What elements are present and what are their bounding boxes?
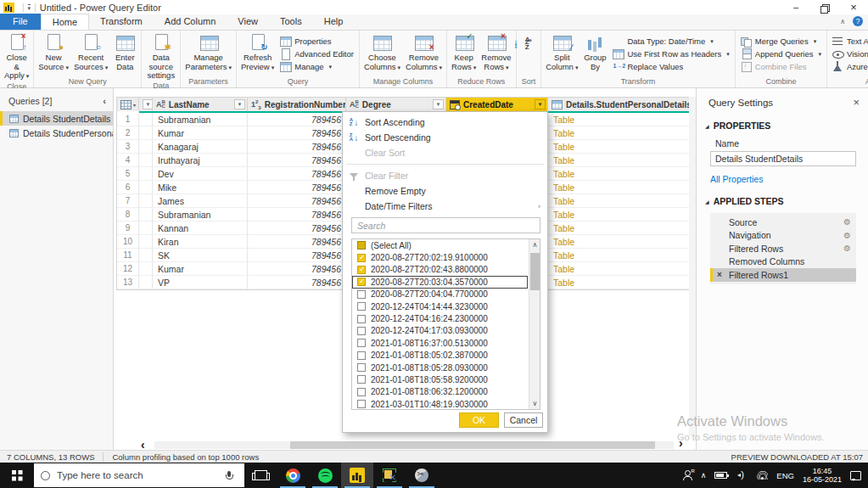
grid-cell[interactable]: 1 xyxy=(117,113,139,126)
group-by-button[interactable]: Group By xyxy=(580,32,609,72)
horizontal-scrollbar-thumb[interactable] xyxy=(290,441,655,449)
grid-cell[interactable]: Subramanian xyxy=(153,208,248,222)
horizontal-scrollbar[interactable] xyxy=(154,441,674,449)
grid-cell[interactable]: Kanagaraj xyxy=(153,140,248,154)
properties-button[interactable]: Properties xyxy=(277,35,357,48)
grid-cell[interactable]: 789456 xyxy=(248,276,346,289)
language-indicator[interactable]: ENG xyxy=(776,471,794,480)
grid-cell[interactable] xyxy=(139,154,153,167)
all-properties-link[interactable]: All Properties xyxy=(697,166,868,184)
filter-value-row[interactable]: 2021-01-08T18:05:02.3870000 xyxy=(352,350,528,362)
menu-item-date-time-filters[interactable]: Date/Time Filters› xyxy=(343,199,547,214)
query-item-details-studentdetails[interactable]: Details StudentDetails xyxy=(0,111,113,126)
enter-data-button[interactable]: Enter Data xyxy=(110,32,139,72)
grid-cell[interactable] xyxy=(139,113,153,126)
filter-icon[interactable]: ▼ xyxy=(535,99,546,109)
menu-item-sort-descending[interactable]: ZA↓Sort Descending xyxy=(343,130,547,145)
merge-queries-button[interactable]: Merge Queries▾ xyxy=(737,35,825,48)
gear-icon[interactable]: ⚙ xyxy=(843,244,851,253)
grid-cell[interactable] xyxy=(139,235,153,249)
tab-tools[interactable]: Tools xyxy=(269,14,313,30)
filter-value-row[interactable]: 2021-01-08T18:05:28.0930000 xyxy=(352,362,528,373)
grid-cell[interactable]: 2 xyxy=(117,126,139,140)
grid-cell[interactable] xyxy=(139,222,153,235)
tab-transform[interactable]: Transform xyxy=(89,14,154,30)
manage-parameters-button[interactable]: Manage Parameters▾ xyxy=(182,32,234,73)
tab-view[interactable]: View xyxy=(227,14,269,30)
delete-step-icon[interactable]: × xyxy=(717,270,729,279)
replace-values-button[interactable]: Replace Values xyxy=(609,60,732,73)
grid-cell[interactable]: Subramanian xyxy=(153,113,248,126)
grid-cell[interactable]: James xyxy=(153,194,248,208)
filter-icon[interactable]: ▼ xyxy=(143,99,153,109)
grid-cell[interactable]: 11 xyxy=(117,249,139,262)
tab-home[interactable]: Home xyxy=(41,14,89,30)
taskbar-app-spotify[interactable] xyxy=(309,463,341,488)
azure-machine-learning-button[interactable]: Azure Machine Learning xyxy=(829,60,868,73)
tab-add-column[interactable]: Add Column xyxy=(154,14,227,30)
grid-cell[interactable] xyxy=(139,167,153,181)
checkbox-icon[interactable] xyxy=(357,278,366,286)
checkbox-icon[interactable] xyxy=(357,363,366,372)
data-source-settings-button[interactable]: ✱Data source settings xyxy=(143,32,178,81)
close-apply-button[interactable]: ×↑Close & Apply▾ xyxy=(2,32,31,82)
scroll-up-icon[interactable]: ∧ xyxy=(529,241,540,249)
tab-help[interactable]: Help xyxy=(313,14,355,30)
grid-cell[interactable]: Dev xyxy=(153,167,248,181)
checkbox-icon[interactable] xyxy=(357,351,366,360)
checkbox-icon[interactable] xyxy=(357,290,366,299)
taskbar-app-chrome[interactable] xyxy=(277,463,309,488)
grid-cell[interactable]: Table xyxy=(548,154,692,167)
checkbox-icon[interactable] xyxy=(357,339,366,347)
data-type-date-time-button[interactable]: Data Type: Date/Time▾ xyxy=(609,35,732,48)
column-header-partial[interactable]: ▼ xyxy=(139,98,153,111)
grid-cell[interactable]: 789456 xyxy=(248,235,346,249)
grid-cell[interactable]: 789456 xyxy=(248,194,346,208)
grid-cell[interactable]: Table xyxy=(548,235,692,249)
filter-icon[interactable]: ▼ xyxy=(234,99,245,109)
grid-cell[interactable]: 789456 xyxy=(248,126,346,140)
checkbox-icon[interactable] xyxy=(357,241,366,250)
applied-step-removed-columns[interactable]: Removed Columns xyxy=(710,255,856,269)
grid-cell[interactable]: Iruthayaraj xyxy=(153,154,248,167)
applied-step-filtered-rows[interactable]: Filtered Rows⚙ xyxy=(710,242,856,255)
grid-cell[interactable] xyxy=(139,194,153,208)
menu-item-remove-empty[interactable]: Remove Empty xyxy=(343,183,547,199)
text-analytics-button[interactable]: Text Analytics xyxy=(829,35,868,48)
taskbar-app-power-bi[interactable] xyxy=(341,463,373,488)
close-panel-icon[interactable]: × xyxy=(853,96,860,109)
gear-icon[interactable]: ⚙ xyxy=(843,217,851,227)
grid-cell[interactable]: 9 xyxy=(117,222,139,235)
grid-cell[interactable] xyxy=(139,249,153,262)
taskbar-app-snipping-tool[interactable] xyxy=(406,463,438,488)
new-source-button[interactable]: ●New Source▾ xyxy=(36,32,71,73)
column-header-createddate[interactable]: CreatedDate▼ xyxy=(446,98,548,111)
grid-cell[interactable]: Table xyxy=(548,167,692,181)
help-icon[interactable]: ? xyxy=(853,16,863,26)
microphone-icon[interactable] xyxy=(226,471,234,480)
filter-list-scrollbar[interactable]: ∧ ∨ xyxy=(529,239,540,409)
grid-cell[interactable]: Table xyxy=(548,140,692,154)
select-all-row[interactable]: (Select All) xyxy=(352,239,528,251)
query-name-input[interactable] xyxy=(710,151,856,166)
hidden-icons-chevron-icon[interactable]: ∧ xyxy=(701,471,707,480)
grid-cell[interactable]: 789456 xyxy=(248,262,346,276)
grid-cell[interactable]: Table xyxy=(548,262,692,276)
remove-rows-button[interactable]: ×Remove Rows▾ xyxy=(479,32,513,73)
filter-value-row[interactable]: 2020-08-27T20:02:19.9100000 xyxy=(352,251,528,263)
grid-cell[interactable]: 8 xyxy=(117,208,139,222)
grid-cell[interactable] xyxy=(139,208,153,222)
minimize-button[interactable]: – xyxy=(781,0,810,14)
vision-button[interactable]: Vision xyxy=(829,48,868,60)
quick-access-toolbar-icon[interactable]: ▾ xyxy=(28,4,31,11)
checkbox-icon[interactable] xyxy=(357,388,366,396)
checkbox-icon[interactable] xyxy=(357,375,366,384)
grid-cell[interactable]: 5 xyxy=(117,167,139,181)
grid-cell[interactable]: Table xyxy=(548,222,692,235)
checkbox-icon[interactable] xyxy=(357,266,366,274)
grid-cell[interactable]: 12 xyxy=(117,262,139,276)
column-header-registrationnumber[interactable]: 123RegistrationNumber▼ xyxy=(248,98,346,111)
grid-cell[interactable]: Table xyxy=(548,194,692,208)
grid-cell[interactable]: Table xyxy=(548,276,692,289)
filter-value-row[interactable]: 2020-08-27T20:02:43.8800000 xyxy=(352,264,528,276)
